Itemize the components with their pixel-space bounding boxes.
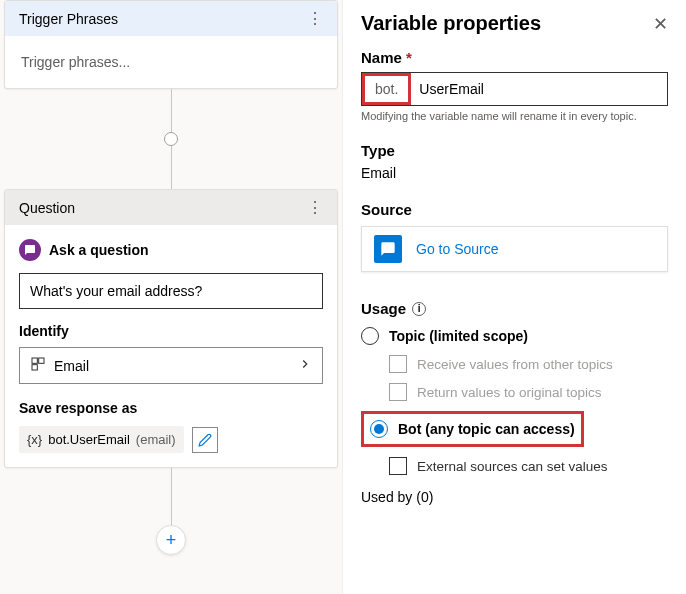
chevron-right-icon (298, 357, 312, 374)
question-header[interactable]: Question ⋮ (5, 190, 337, 225)
external-sources-option[interactable]: External sources can set values (389, 457, 668, 475)
add-node-button[interactable]: + (156, 525, 186, 555)
svg-rect-0 (32, 358, 37, 363)
save-response-label: Save response as (19, 400, 323, 416)
usage-topic-option[interactable]: Topic (limited scope) (361, 327, 668, 345)
external-sources-label: External sources can set values (417, 459, 608, 474)
source-label: Source (361, 201, 668, 218)
info-icon[interactable]: i (412, 302, 426, 316)
variable-prefix-icon: {x} (27, 432, 42, 447)
identify-label: Identify (19, 323, 323, 339)
radio-icon (361, 327, 379, 345)
type-value: Email (361, 165, 668, 181)
variable-name-input[interactable] (411, 73, 667, 105)
identify-value: Email (54, 358, 89, 374)
question-prompt-input[interactable] (19, 273, 323, 309)
more-icon[interactable]: ⋮ (307, 198, 323, 217)
trigger-phrases-title: Trigger Phrases (19, 11, 118, 27)
identify-dropdown[interactable]: Email (19, 347, 323, 384)
entity-icon (30, 356, 46, 375)
edit-variable-button[interactable] (192, 427, 218, 453)
source-icon (374, 235, 402, 263)
checkbox-icon (389, 457, 407, 475)
bot-option-label: Bot (any topic can access) (398, 421, 575, 437)
used-by-label: Used by (0) (361, 489, 668, 505)
go-to-source-button[interactable]: Go to Source (361, 226, 668, 272)
usage-label: Usage (361, 300, 406, 317)
question-title: Question (19, 200, 75, 216)
close-icon[interactable]: ✕ (653, 13, 668, 35)
variable-scope-prefix: bot. (362, 73, 411, 105)
receive-values-label: Receive values from other topics (417, 357, 613, 372)
variable-chip[interactable]: {x} bot.UserEmail (email) (19, 426, 184, 453)
required-indicator: * (406, 49, 412, 66)
receive-values-option: Receive values from other topics (389, 355, 668, 373)
checkbox-icon (389, 383, 407, 401)
question-icon (19, 239, 41, 261)
more-icon[interactable]: ⋮ (307, 9, 323, 28)
panel-title: Variable properties (361, 12, 541, 35)
trigger-phrases-header[interactable]: Trigger Phrases ⋮ (5, 1, 337, 36)
trigger-phrases-content[interactable]: Trigger phrases... (5, 36, 337, 88)
name-hint: Modifying the variable name will rename … (361, 110, 668, 122)
source-link-text: Go to Source (416, 241, 499, 257)
radio-icon (370, 420, 388, 438)
svg-rect-2 (32, 365, 37, 370)
topic-option-label: Topic (limited scope) (389, 328, 528, 344)
usage-bot-option[interactable]: Bot (any topic can access) (368, 416, 577, 442)
variable-name: bot.UserEmail (48, 432, 130, 447)
name-label: Name (361, 49, 402, 66)
svg-rect-1 (39, 358, 44, 363)
type-label: Type (361, 142, 668, 159)
ask-question-label: Ask a question (49, 242, 149, 258)
return-values-option: Return values to original topics (389, 383, 668, 401)
connector-node[interactable] (164, 132, 178, 146)
checkbox-icon (389, 355, 407, 373)
variable-type-hint: (email) (136, 432, 176, 447)
return-values-label: Return values to original topics (417, 385, 602, 400)
